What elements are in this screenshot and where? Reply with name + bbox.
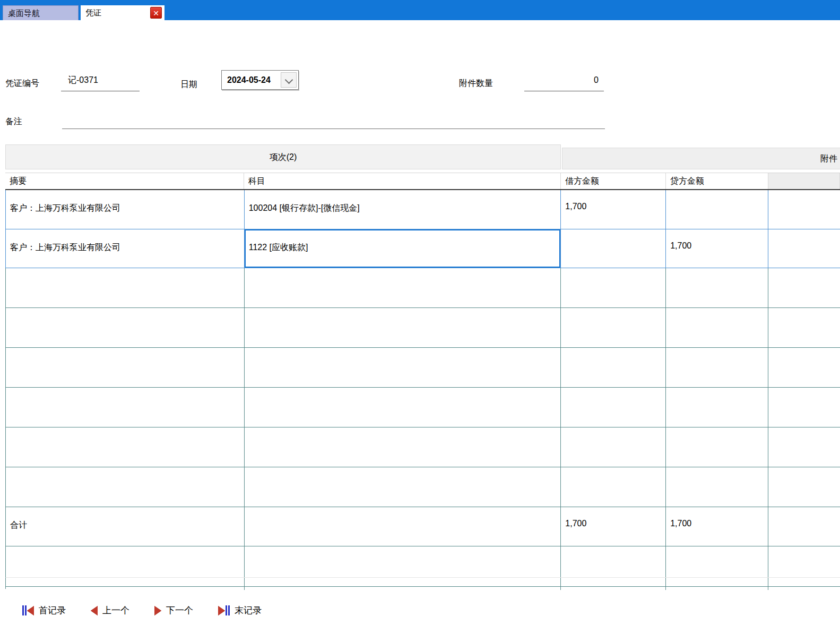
cell-account[interactable] (245, 427, 561, 467)
tab-desktop-navigation-label: 桌面导航 (8, 8, 40, 18)
voucher-no-field[interactable]: 记-0371 (61, 70, 140, 91)
remarks-label: 备注 (5, 116, 22, 127)
attachment-count-label: 附件数量 (459, 78, 493, 89)
cell-account[interactable] (245, 546, 561, 577)
cell-debit[interactable] (561, 388, 666, 427)
cell-debit[interactable] (561, 308, 666, 347)
cell-summary[interactable] (6, 427, 245, 467)
previous-record-label: 上一个 (102, 604, 129, 617)
cell-extra[interactable] (768, 190, 840, 229)
cell-credit[interactable] (666, 427, 768, 467)
first-record-icon (22, 605, 34, 615)
cell-extra[interactable] (768, 546, 840, 577)
cell-credit[interactable] (666, 467, 768, 507)
section-tab-attachments[interactable]: 附件 (562, 148, 840, 169)
previous-record-icon (91, 606, 98, 615)
cell-account[interactable] (245, 578, 561, 586)
cell-account[interactable] (245, 467, 561, 507)
cell-extra[interactable] (768, 348, 840, 387)
cell-debit[interactable] (561, 229, 666, 268)
cell-summary[interactable] (6, 467, 245, 507)
next-record-label: 下一个 (166, 604, 193, 617)
record-navbar: 首记录 上一个 下一个 末记录 (22, 604, 287, 617)
cell-debit[interactable] (561, 546, 666, 577)
cell-credit[interactable]: 1,700 (666, 229, 768, 268)
cell-summary (6, 587, 245, 590)
last-record-button[interactable]: 末记录 (218, 604, 262, 617)
next-record-button[interactable]: 下一个 (154, 604, 193, 617)
cell-credit[interactable] (666, 190, 768, 229)
cell-summary[interactable] (6, 546, 245, 577)
cell-summary[interactable]: 客户：上海万科泵业有限公司 (6, 229, 245, 268)
cell-account[interactable] (245, 308, 561, 347)
total-label: 合计 (6, 507, 245, 546)
cell-extra[interactable] (768, 427, 840, 467)
cell-account (245, 587, 561, 590)
tab-desktop-navigation[interactable]: 桌面导航 (3, 5, 79, 20)
cell-summary[interactable]: 客户：上海万科泵业有限公司 (6, 190, 245, 229)
table-total-row: 合计 1,700 1,700 (5, 507, 840, 546)
attachment-count-field[interactable]: 0 (524, 70, 604, 91)
chevron-down-icon[interactable] (281, 72, 297, 88)
table-row-empty (5, 268, 840, 308)
col-header-debit: 借方金额 (561, 173, 666, 189)
cell-summary[interactable] (6, 308, 245, 347)
col-header-account: 科目 (244, 173, 561, 189)
last-record-icon (218, 605, 230, 615)
cell-extra[interactable] (768, 467, 840, 507)
cell-credit[interactable] (666, 578, 768, 586)
cell-account[interactable] (245, 348, 561, 387)
col-header-extra (768, 173, 840, 189)
col-header-credit: 贷方金额 (666, 173, 768, 189)
remarks-field[interactable] (62, 108, 605, 129)
cell-credit[interactable] (666, 268, 768, 307)
cell-summary[interactable] (6, 268, 245, 307)
section-tab-attachments-label: 附件 (820, 148, 837, 169)
cell-summary[interactable] (6, 578, 245, 586)
section-tab-items-label: 项次(2) (270, 152, 297, 161)
table-row-empty (5, 578, 840, 587)
previous-record-button[interactable]: 上一个 (91, 604, 129, 617)
cell-debit[interactable]: 1,700 (561, 190, 666, 229)
cell-extra[interactable] (768, 578, 840, 586)
cell-credit[interactable] (666, 348, 768, 387)
section-tab-items[interactable]: 项次(2) (5, 144, 561, 169)
first-record-button[interactable]: 首记录 (22, 604, 66, 617)
entries-table: 摘要 科目 借方金额 贷方金额 客户：上海万科泵业有限公司 100204 [银行… (5, 173, 840, 589)
cell-credit (666, 587, 768, 590)
table-header-row: 摘要 科目 借方金额 贷方金额 (5, 173, 840, 190)
next-record-icon (154, 606, 161, 615)
first-record-label: 首记录 (39, 604, 66, 617)
table-row-empty (5, 546, 840, 578)
col-header-summary: 摘要 (5, 173, 244, 189)
cell-credit[interactable] (666, 546, 768, 577)
cell-debit[interactable] (561, 348, 666, 387)
date-value: 2024-05-24 (227, 71, 271, 89)
cell-summary[interactable] (6, 348, 245, 387)
cell-account[interactable] (245, 268, 561, 307)
cell-extra[interactable] (768, 229, 840, 268)
cell-account[interactable] (245, 388, 561, 427)
cell-debit (561, 587, 666, 590)
cell-debit[interactable] (561, 427, 666, 467)
cell-summary[interactable] (6, 388, 245, 427)
cell-debit[interactable] (561, 578, 666, 586)
cell-extra[interactable] (768, 268, 840, 307)
cell-credit[interactable] (666, 308, 768, 347)
total-credit: 1,700 (666, 507, 768, 546)
cell-credit[interactable] (666, 388, 768, 427)
close-tab-icon[interactable]: ✕ (150, 7, 162, 19)
table-row-empty (5, 388, 840, 427)
table-row-empty (5, 427, 840, 467)
total-debit: 1,700 (561, 507, 666, 546)
cell-debit[interactable] (561, 268, 666, 307)
date-combobox[interactable]: 2024-05-24 (221, 70, 299, 90)
cell-extra[interactable] (768, 308, 840, 347)
cell-account-selected[interactable]: 1122 [应收账款] (245, 229, 561, 268)
cell-extra[interactable] (768, 388, 840, 427)
cell-extra (768, 587, 840, 590)
table-row-empty (5, 308, 840, 348)
voucher-no-label: 凭证编号 (5, 78, 39, 89)
cell-debit[interactable] (561, 467, 666, 507)
cell-account[interactable]: 100204 [银行存款]-[微信现金] (245, 190, 561, 229)
